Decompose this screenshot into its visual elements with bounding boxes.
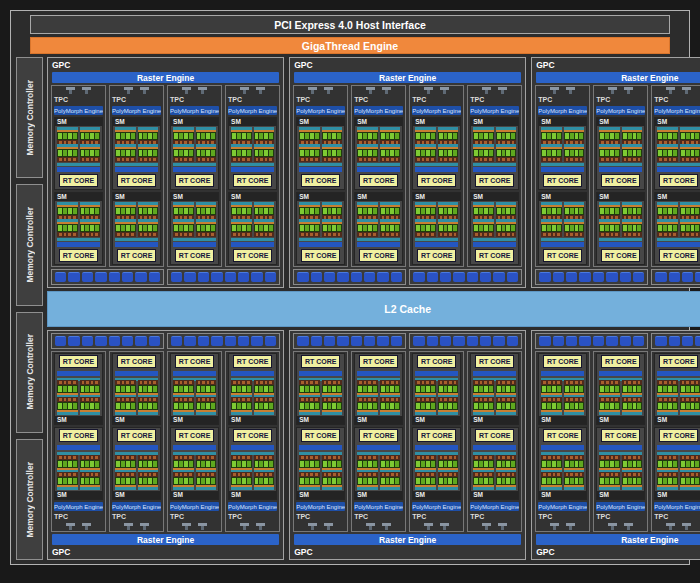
rt-core-block: RT CORE [175, 249, 214, 262]
cuda-core-array [622, 385, 643, 393]
cuda-core-stripe [139, 478, 143, 484]
core-processing-unit [115, 127, 136, 143]
cuda-core-stripe [502, 478, 506, 484]
cuda-core-stripe [637, 386, 641, 392]
cuda-core-stripe [90, 403, 94, 409]
sm-core-column [473, 382, 494, 416]
cuda-core-stripe [197, 208, 201, 214]
texture-unit-cell [557, 398, 560, 401]
texture-unit-cell [82, 398, 85, 401]
texture-unit-cell [242, 158, 245, 161]
texture-unit-cell [543, 158, 546, 161]
cuda-core-array [415, 385, 436, 393]
cuda-core-stripe [259, 386, 263, 392]
cuda-core-stripe [605, 225, 609, 231]
texture-unit-cell [426, 233, 429, 236]
tpc-connector-icon [382, 87, 391, 94]
texture-unit-cell [507, 233, 510, 236]
cuda-core-array [541, 385, 562, 393]
texture-unit-cell [202, 473, 205, 476]
cuda-core-stripe [600, 225, 604, 231]
sm-teal-bar [541, 163, 584, 166]
cuda-core-stripe [143, 478, 147, 484]
cuda-core-stripe [381, 461, 385, 467]
teal-bar [57, 412, 78, 415]
sm-blue-bar [57, 371, 100, 376]
cuda-core-stripe [439, 478, 443, 484]
cuda-core-array [599, 460, 620, 468]
texture-unit-cell [664, 233, 667, 236]
cuda-core-array [541, 402, 562, 410]
cuda-core-array [299, 224, 320, 232]
sm-core-columns [471, 381, 518, 417]
texture-unit-row [115, 157, 136, 162]
cuda-core-stripe [479, 208, 483, 214]
sm-core-column [680, 456, 700, 490]
texture-unit-cell [391, 381, 394, 384]
cuda-core-stripe [143, 133, 147, 139]
cuda-core-stripe [259, 403, 263, 409]
cuda-core-stripe [189, 208, 193, 214]
texture-unit-row [80, 232, 101, 237]
tpc-label: TPC [112, 96, 161, 104]
cuda-core-stripe [121, 208, 125, 214]
core-processing-unit [138, 202, 159, 218]
tpc-block: TPC PolyMorph Engine SM [225, 85, 280, 267]
texture-unit-cell [122, 158, 125, 161]
texture-unit-row [473, 157, 494, 162]
cuda-core-stripe [255, 225, 259, 231]
cuda-core-array [496, 149, 517, 157]
crossbar-port-group [409, 269, 522, 285]
cuda-core-stripe [416, 208, 420, 214]
core-processing-unit [541, 382, 562, 398]
cuda-core-stripe [269, 403, 273, 409]
texture-unit-cell [247, 398, 250, 401]
cuda-core-array [415, 149, 436, 157]
crossbar-port [351, 272, 362, 282]
gpc-block: GPC Raster Engine TPC PolyMorph Engine [289, 330, 526, 561]
sm-core-column [322, 127, 343, 161]
texture-unit-cell [260, 473, 263, 476]
texture-unit-cell [659, 233, 662, 236]
texture-unit-cell [512, 158, 515, 161]
raster-engine-label: Raster Engine [137, 73, 194, 83]
cuda-core-stripe [623, 386, 627, 392]
cuda-core-stripe [63, 386, 67, 392]
texture-unit-cell [126, 398, 129, 401]
sm-block: SM [538, 117, 587, 190]
sm-core-columns [413, 126, 460, 162]
cuda-core-stripe [310, 461, 314, 467]
gpc-label: GPC [535, 547, 700, 557]
cuda-core-stripe [633, 133, 637, 139]
sm-core-column [564, 202, 585, 236]
texture-unit-cell [382, 398, 385, 401]
texture-unit-row [357, 157, 378, 162]
cuda-core-stripe [637, 133, 641, 139]
cuda-core-stripe [426, 478, 430, 484]
core-processing-unit [196, 219, 217, 235]
cuda-core-stripe [95, 150, 99, 156]
sm-core-columns [229, 455, 276, 491]
texture-unit-cell [180, 398, 183, 401]
texture-unit-cell [396, 456, 399, 459]
core-processing-unit [322, 219, 343, 235]
sm-blue-bar [473, 445, 516, 450]
texture-unit-cell [553, 381, 556, 384]
texture-unit-cell [557, 233, 560, 236]
cuda-core-stripe [315, 208, 319, 214]
cuda-core-stripe [390, 478, 394, 484]
texture-unit-cell [269, 473, 272, 476]
core-processing-unit [322, 474, 343, 490]
rt-core-block: RT CORE [417, 429, 456, 442]
crossbar-port [337, 336, 348, 346]
texture-unit-cell [338, 233, 341, 236]
texture-unit-cell [475, 398, 478, 401]
cuda-core-stripe [673, 225, 677, 231]
cuda-core-stripe [542, 403, 546, 409]
sm-core-column [473, 127, 494, 161]
cuda-core-stripe [547, 133, 551, 139]
cuda-core-stripe [497, 208, 501, 214]
rt-core-label: RT CORE [121, 432, 153, 439]
sm-teal-bar [599, 238, 642, 241]
texture-unit-cell [64, 456, 67, 459]
